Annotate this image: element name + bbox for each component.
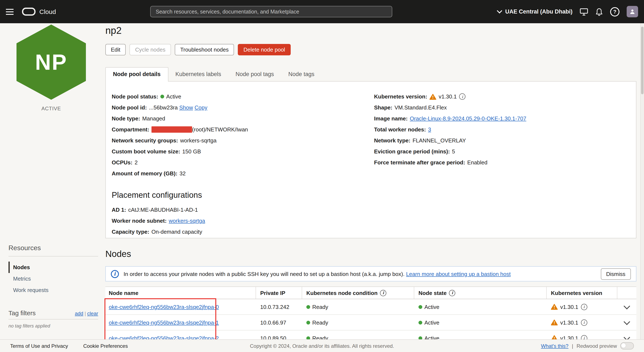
oracle-cloud-logo[interactable]: Cloud — [22, 7, 56, 16]
field-capacity-type: Capacity type: On-demand capacity — [112, 229, 630, 235]
topbar: Cloud UAE Central (Abu Dhabi) ? — [0, 0, 644, 23]
field-label: Image name: — [374, 115, 408, 122]
brand-label: Cloud — [39, 8, 56, 15]
sidebar-item-nodes[interactable]: Nodes — [8, 262, 98, 273]
row-expand-chevron-icon[interactable] — [624, 318, 630, 325]
edit-button[interactable]: Edit — [105, 44, 126, 55]
info-icon[interactable]: i — [449, 290, 456, 296]
redwood-preview-toggle[interactable] — [620, 342, 634, 350]
tab-kubernetes-labels[interactable]: Kubernetes labels — [168, 68, 228, 81]
sidebar-item-work-requests[interactable]: Work requests — [8, 284, 98, 296]
field-value: 5 — [452, 148, 455, 155]
field-node-type: Node type: Managed — [112, 115, 374, 122]
oracle-o-icon — [22, 7, 36, 16]
field-value: FLANNEL_OVERLAY — [412, 137, 466, 144]
info-icon[interactable]: i — [380, 290, 386, 296]
delete-node-pool-button[interactable]: Delete node pool — [238, 44, 291, 55]
field-label: AD 1: — [112, 207, 126, 213]
sidebar-item-metrics[interactable]: Metrics — [8, 273, 98, 284]
field-label: Capacity type: — [112, 229, 149, 235]
warning-triangle-icon — [551, 304, 558, 310]
field-label: Node type: — [112, 115, 140, 122]
tag-filters-section: Tag filters add|clear no tag filters app… — [8, 309, 98, 328]
field-network-type: Network type: FLANNEL_OVERLAY — [374, 137, 630, 144]
tag-clear-link[interactable]: clear — [87, 311, 98, 317]
tab-node-pool-details[interactable]: Node pool details — [105, 67, 168, 82]
nodes-section-heading: Nodes — [105, 249, 636, 259]
placement-configurations-heading: Placement configurations — [112, 190, 630, 200]
notifications-bell-icon[interactable] — [595, 7, 603, 16]
hamburger-menu-icon[interactable] — [0, 0, 20, 23]
main-content: np2 Edit Cycle nodes Troubleshoot nodes … — [105, 23, 636, 346]
field-compartment: Compartment: (root)/NETWORK/Iwan — [112, 126, 374, 133]
col-kubernetes-node-condition: Kubernetes node conditioni — [302, 287, 414, 299]
field-value: Managed — [142, 115, 165, 122]
image-name-link[interactable]: Oracle-Linux-8.9-2024.05.29-0-OKE-1.30.1… — [410, 115, 526, 122]
worker-nodes-count-link[interactable]: 3 — [428, 126, 431, 133]
field-value: On-demand capacity — [152, 229, 202, 235]
resources-nav: Resources Nodes Metrics Work requests — [8, 244, 98, 296]
banner-text: In order to access your private nodes wi… — [124, 271, 511, 277]
field-label: Network type: — [374, 137, 410, 144]
detail-tabs: Node pool details Kubernetes labels Node… — [105, 67, 636, 81]
table-row: oke-cwe6rhf2leq-ng556bw23ra-slsqe2jfnpa-… — [105, 315, 636, 331]
footer-divider: | — [572, 343, 573, 349]
row-expand-chevron-icon[interactable] — [624, 303, 630, 309]
field-label: OCPUs: — [112, 159, 132, 166]
field-label: Compartment: — [112, 126, 149, 133]
node-name-link[interactable]: oke-cwe6rhf2leq-ng556bw23ra-slsqe2jfnpa-… — [109, 304, 219, 310]
field-value: 150 GB — [182, 148, 201, 155]
field-ocpus: OCPUs: 2 — [112, 159, 374, 166]
field-label: Custom boot volume size: — [112, 148, 180, 155]
field-label: Eviction grace period (mins): — [374, 148, 450, 155]
field-value: cAtJ:ME-ABUDHABI-1-AD-1 — [128, 207, 198, 213]
field-value: VM.Standard.E4.Flex — [394, 104, 447, 111]
field-value: ...56bw23ra — [149, 104, 178, 111]
region-selector[interactable]: UAE Central (Abu Dhabi) — [498, 8, 572, 15]
field-node-pool-status: Node pool status: Active — [112, 93, 374, 100]
tab-node-pool-tags[interactable]: Node pool tags — [228, 68, 281, 81]
version-value: v1.30.1 — [560, 304, 578, 310]
status-dot-icon — [306, 305, 310, 309]
search-input[interactable] — [150, 6, 392, 17]
bastion-learn-more-link[interactable]: Learn more about setting up a bastion ho… — [406, 271, 510, 277]
dismiss-button[interactable]: Dismiss — [601, 268, 631, 280]
field-label: Node pool status: — [112, 93, 158, 100]
vertical-scrollbar[interactable] — [640, 23, 644, 352]
troubleshoot-nodes-button[interactable]: Troubleshoot nodes — [175, 44, 234, 55]
field-label: Node pool id: — [112, 104, 147, 111]
field-value: Enabled — [467, 159, 488, 166]
col-node-name: Node name — [105, 287, 256, 299]
node-pool-details-panel: Node pool status: Active Node pool id: .… — [105, 81, 636, 238]
chevron-down-icon — [497, 8, 502, 13]
state-value: Active — [424, 304, 440, 310]
region-label: UAE Central (Abu Dhabi) — [505, 8, 572, 15]
field-label: Force terminate after grace period: — [374, 159, 465, 166]
field-custom-boot-volume-size: Custom boot volume size: 150 GB — [112, 148, 374, 155]
info-icon[interactable]: i — [581, 319, 587, 326]
cycle-nodes-button[interactable]: Cycle nodes — [130, 44, 171, 55]
field-memory: Amount of memory (GB): 32 — [112, 170, 374, 177]
avatar[interactable] — [627, 6, 638, 17]
field-ad1: AD 1: cAtJ:ME-ABUDHABI-1-AD-1 — [112, 207, 630, 213]
terms-link[interactable]: Terms of Use and Privacy — [10, 343, 68, 349]
info-icon[interactable]: i — [581, 304, 587, 310]
scrollbar-thumb[interactable] — [641, 27, 644, 94]
status-dot-icon — [418, 305, 422, 309]
field-value: workers-sqrtga — [180, 137, 217, 144]
worker-subnet-link[interactable]: workers-sqrtga — [169, 218, 205, 224]
status-label: ACTIVE — [16, 106, 86, 112]
whats-this-link[interactable]: What's this? — [541, 343, 568, 349]
node-name-link[interactable]: oke-cwe6rhf2leq-ng556bw23ra-slsqe2jfnpa-… — [109, 319, 219, 326]
show-id-link[interactable]: Show — [179, 104, 193, 111]
banner-message: In order to access your private nodes wi… — [124, 271, 404, 277]
cookie-preferences-link[interactable]: Cookie Preferences — [83, 343, 128, 349]
cloud-shell-icon[interactable] — [580, 8, 588, 15]
field-shape: Shape: VM.Standard.E4.Flex — [374, 104, 630, 111]
field-total-worker-nodes: Total worker nodes: 3 — [374, 126, 630, 133]
tag-add-link[interactable]: add — [75, 311, 83, 317]
copy-id-link[interactable]: Copy — [195, 104, 208, 111]
tab-node-tags[interactable]: Node tags — [281, 68, 322, 81]
info-icon[interactable]: i — [459, 93, 466, 100]
help-icon[interactable]: ? — [610, 7, 620, 16]
